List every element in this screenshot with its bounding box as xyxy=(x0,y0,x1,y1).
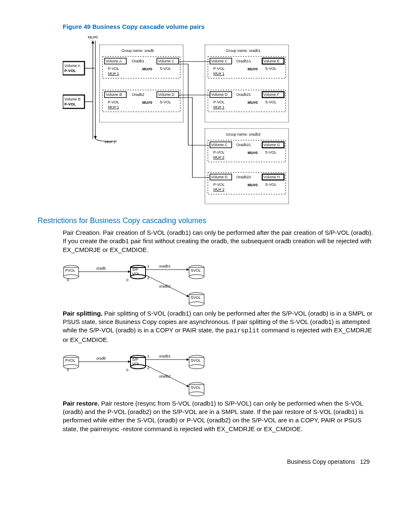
page-footer: Business Copy operations 129 xyxy=(38,458,374,465)
pair-splitting-text: Pair splitting. Pair splitting of S-VOL … xyxy=(63,309,374,344)
svg-text:S-VOL: S-VOL xyxy=(160,67,171,71)
svg-text:Oradb22: Oradb22 xyxy=(236,175,251,179)
svg-text:P-VOL: P-VOL xyxy=(108,67,119,71)
svg-text:Volume B: Volume B xyxy=(106,93,122,97)
svg-text:MU# 2: MU# 2 xyxy=(105,140,116,144)
svg-text:oradb2: oradb2 xyxy=(159,374,171,378)
svg-text:Volume C: Volume C xyxy=(158,59,175,63)
svg-point-119 xyxy=(189,365,204,369)
svg-text:MU# 1: MU# 1 xyxy=(108,105,119,109)
svg-text:1: 1 xyxy=(147,264,149,268)
svg-text:P-VOL: P-VOL xyxy=(213,67,225,71)
svg-text:0: 0 xyxy=(67,368,69,372)
svg-text:Volume F: Volume F xyxy=(263,93,280,97)
svg-text:Volume D: Volume D xyxy=(158,93,175,97)
svg-text:1: 1 xyxy=(147,354,149,358)
svg-text:MU# 1: MU# 1 xyxy=(108,72,119,76)
svg-text:SVOL: SVOL xyxy=(191,386,201,390)
svg-text:MU# 2: MU# 2 xyxy=(213,155,225,159)
svg-text:P-VOL: P-VOL xyxy=(64,69,76,73)
svg-text:Volume H: Volume H xyxy=(263,175,280,179)
figure-49-diagram: .bx { fill:#fff; stroke:#000; stroke-wid… xyxy=(63,34,374,210)
svg-text:P-VOL: P-VOL xyxy=(213,100,225,104)
svg-text:VOL: VOL xyxy=(132,362,140,366)
svg-text:0: 0 xyxy=(67,278,69,282)
svg-text:MU# 2: MU# 2 xyxy=(213,188,225,192)
svg-text:Volume B: Volume B xyxy=(64,97,81,101)
svg-text:MU#0: MU#0 xyxy=(248,100,258,105)
svg-point-92 xyxy=(189,275,204,279)
svg-text:SVOL: SVOL xyxy=(191,358,201,362)
svg-text:Group name: oradb1: Group name: oradb1 xyxy=(226,49,261,53)
cascade-small-diagram-1: .t9{font-size:9px} PVOL 0 S/P VOL 0 xyxy=(63,259,374,309)
svg-text:SVOL: SVOL xyxy=(191,268,201,272)
svg-text:oradb1: oradb1 xyxy=(159,354,171,358)
svg-text:oradb: oradb xyxy=(96,266,106,270)
svg-text:Volume D: Volume D xyxy=(211,175,228,179)
svg-text:P-VOL: P-VOL xyxy=(213,150,225,154)
svg-text:MU# 1: MU# 1 xyxy=(213,72,225,76)
svg-text:oradb2: oradb2 xyxy=(159,284,171,288)
pairsplit-cmd: pairsplit xyxy=(226,327,260,334)
svg-rect-55 xyxy=(205,129,289,204)
svg-text:PVOL: PVOL xyxy=(65,358,75,362)
svg-text:oradb: oradb xyxy=(96,356,106,360)
svg-text:Group name: oradb2: Group name: oradb2 xyxy=(226,132,261,136)
svg-text:S-VOL: S-VOL xyxy=(265,100,276,104)
svg-text:SVOL: SVOL xyxy=(191,296,201,300)
svg-point-108 xyxy=(64,365,79,369)
pair-creation-text: Pair Creation. Pair creation of S-VOL (o… xyxy=(63,229,374,254)
svg-text:S-VOL: S-VOL xyxy=(160,100,171,104)
svg-text:2: 2 xyxy=(147,366,149,370)
svg-text:S-VOL: S-VOL xyxy=(265,150,276,154)
svg-text:S-VOL: S-VOL xyxy=(265,182,276,187)
svg-text:Oradb2: Oradb2 xyxy=(132,93,144,97)
svg-text:S/P: S/P xyxy=(132,357,138,362)
cascade-small-diagram-2: PVOL 0 S/P VOL 0 SVOL SVOL oradb 1 oradb… xyxy=(63,349,374,399)
svg-text:Volume D: Volume D xyxy=(211,93,228,97)
svg-point-81 xyxy=(64,275,79,279)
footer-section: Business Copy operations xyxy=(287,458,355,465)
pair-restore-text: Pair restore. Pair restore (resync from … xyxy=(63,399,374,433)
svg-text:Group name: oradb: Group name: oradb xyxy=(121,49,154,53)
svg-text:P-VOL: P-VOL xyxy=(213,182,225,187)
svg-text:Oradb21: Oradb21 xyxy=(236,93,251,97)
svg-point-123 xyxy=(189,392,204,396)
section-title: Restrictions for Business Copy cascading… xyxy=(38,216,374,225)
svg-point-96 xyxy=(189,302,204,306)
svg-text:oradb1: oradb1 xyxy=(159,264,171,268)
svg-text:VOL: VOL xyxy=(132,272,140,276)
svg-text:Volume A: Volume A xyxy=(106,59,122,63)
svg-text:P-VOL: P-VOL xyxy=(108,100,119,104)
svg-text:MU#0: MU#0 xyxy=(142,100,152,105)
mu0-label: MU#0 xyxy=(88,35,98,39)
svg-text:MU#0: MU#0 xyxy=(248,67,258,71)
pair-splitting-bold: Pair splitting. xyxy=(63,310,102,317)
svg-text:2: 2 xyxy=(147,276,149,280)
svg-text:Oradb21: Oradb21 xyxy=(236,143,251,147)
svg-text:Oradb1: Oradb1 xyxy=(132,59,144,63)
svg-text:MU# 1: MU# 1 xyxy=(213,105,225,109)
svg-text:S/P: S/P xyxy=(132,267,138,272)
svg-text:Volume C: Volume C xyxy=(211,143,228,147)
page-number: 129 xyxy=(360,458,370,465)
svg-text:MU#0: MU#0 xyxy=(248,151,258,155)
svg-text:Volume A: Volume A xyxy=(64,64,80,68)
pair-restore-bold: Pair restore. xyxy=(63,400,100,407)
svg-text:Volume E: Volume E xyxy=(263,59,280,63)
svg-text:Oradb11: Oradb11 xyxy=(236,59,251,63)
svg-text:P-VOL: P-VOL xyxy=(64,102,76,106)
svg-text:MU#0: MU#0 xyxy=(142,67,152,71)
svg-text:Volume C: Volume C xyxy=(211,59,228,63)
svg-text:MU#0: MU#0 xyxy=(248,183,258,187)
svg-text:0: 0 xyxy=(126,278,128,282)
svg-text:PVOL: PVOL xyxy=(65,268,75,272)
svg-text:S-VOL: S-VOL xyxy=(265,67,276,71)
svg-text:0: 0 xyxy=(126,368,128,372)
figure-title: Figure 49 Business Copy cascade volume p… xyxy=(63,23,374,30)
svg-text:Volume G: Volume G xyxy=(263,143,280,147)
